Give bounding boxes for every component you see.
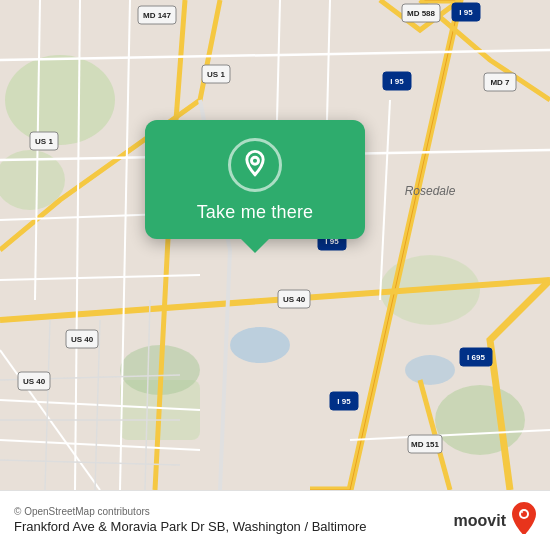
navigation-popup: Take me there: [145, 120, 365, 239]
svg-text:US 40: US 40: [71, 335, 94, 344]
moovit-brand-text: moovit: [454, 512, 506, 530]
location-info: © OpenStreetMap contributors Frankford A…: [14, 506, 367, 536]
svg-text:US 1: US 1: [35, 137, 53, 146]
svg-text:MD 7: MD 7: [490, 78, 510, 87]
svg-text:US 1: US 1: [207, 70, 225, 79]
bottom-info-bar: © OpenStreetMap contributors Frankford A…: [0, 490, 550, 550]
svg-text:I 95: I 95: [390, 77, 404, 86]
svg-point-58: [252, 157, 259, 164]
svg-text:Rosedale: Rosedale: [405, 184, 456, 198]
svg-point-61: [521, 510, 523, 512]
copyright-text: © OpenStreetMap contributors: [14, 506, 367, 517]
svg-point-1: [5, 55, 115, 145]
svg-text:MD 147: MD 147: [143, 11, 172, 20]
svg-text:MD 588: MD 588: [407, 9, 436, 18]
map-container: MD 147 MD 588 I 95 US 1 I 95 MD 7 US 1 I…: [0, 0, 550, 490]
moovit-logo: moovit: [454, 502, 538, 540]
svg-text:I 695: I 695: [467, 353, 485, 362]
svg-point-7: [230, 327, 290, 363]
svg-point-5: [435, 385, 525, 455]
svg-text:MD 151: MD 151: [411, 440, 440, 449]
take-me-there-button[interactable]: Take me there: [197, 202, 314, 223]
svg-text:US 40: US 40: [23, 377, 46, 386]
location-pin-icon: [241, 149, 269, 182]
moovit-pin-icon: [510, 502, 538, 540]
svg-text:I 95: I 95: [459, 8, 473, 17]
pin-circle: [228, 138, 282, 192]
svg-text:US 40: US 40: [283, 295, 306, 304]
svg-point-8: [405, 355, 455, 385]
svg-text:I 95: I 95: [337, 397, 351, 406]
location-name: Frankford Ave & Moravia Park Dr SB, Wash…: [14, 519, 367, 536]
